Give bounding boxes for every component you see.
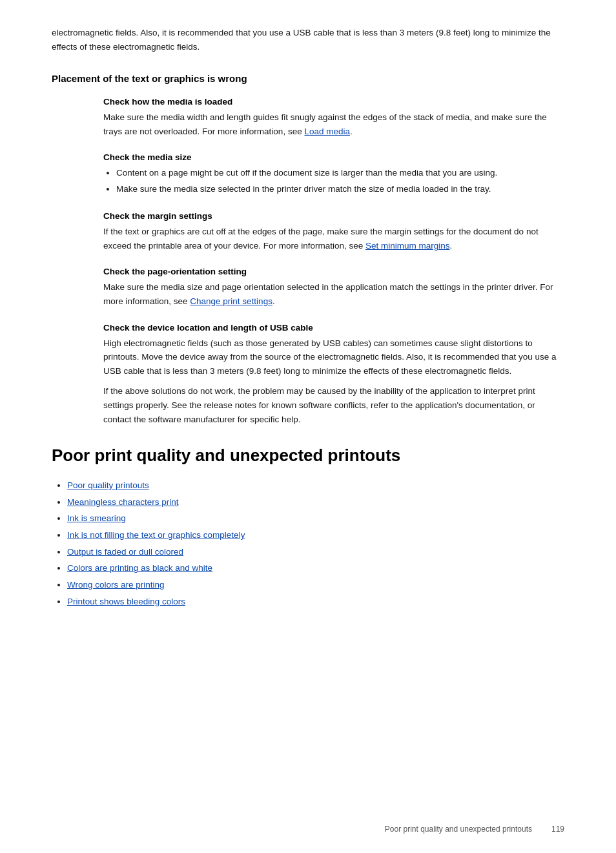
- subsection-check-media-loaded: Check how the media is loaded Make sure …: [52, 97, 564, 138]
- media-size-bullet-list: Content on a page might be cut off if th…: [103, 166, 564, 197]
- footer-label: Poor print quality and unexpected printo…: [385, 825, 532, 834]
- subsection-check-page-orientation: Check the page-orientation setting Make …: [52, 267, 564, 308]
- subsection-check-device-location-heading: Check the device location and length of …: [103, 323, 564, 333]
- subsection-check-device-location-body1: High electromagnetic fields (such as tho…: [103, 336, 564, 378]
- list-item: Meaningless characters print: [67, 494, 564, 511]
- list-item: Make sure the media size selected in the…: [116, 182, 564, 197]
- list-item: Poor quality printouts: [67, 477, 564, 494]
- meaningless-characters-link[interactable]: Meaningless characters print: [67, 497, 179, 507]
- subsection-check-device-location-body2: If the above solutions do not work, the …: [103, 384, 564, 426]
- wrong-colors-link[interactable]: Wrong colors are printing: [67, 580, 165, 590]
- poor-quality-printouts-link[interactable]: Poor quality printouts: [67, 480, 149, 490]
- subsection-check-media-loaded-body: Make sure the media width and length gui…: [103, 110, 564, 138]
- colors-black-white-link[interactable]: Colors are printing as black and white: [67, 563, 212, 573]
- list-item: Content on a page might be cut off if th…: [116, 166, 564, 181]
- output-faded-link[interactable]: Output is faded or dull colored: [67, 547, 183, 557]
- list-item: Output is faded or dull colored: [67, 544, 564, 560]
- subsection-check-margin-settings: Check the margin settings If the text or…: [52, 211, 564, 252]
- intro-paragraph: electromagnetic fields. Also, it is reco…: [52, 26, 564, 54]
- subsection-check-page-orientation-heading: Check the page-orientation setting: [103, 267, 564, 276]
- section2-heading: Poor print quality and unexpected printo…: [52, 446, 564, 466]
- subsection-check-margin-settings-heading: Check the margin settings: [103, 211, 564, 221]
- ink-smearing-link[interactable]: Ink is smearing: [67, 513, 126, 523]
- page: electromagnetic fields. Also, it is reco…: [0, 0, 616, 853]
- subsection-check-page-orientation-body: Make sure the media size and page orient…: [103, 280, 564, 308]
- load-media-link[interactable]: Load media: [304, 127, 350, 136]
- list-item: Ink is not filling the text or graphics …: [67, 527, 564, 544]
- section2-link-list: Poor quality printouts Meaningless chara…: [52, 477, 564, 610]
- list-item: Wrong colors are printing: [67, 577, 564, 593]
- list-item: Colors are printing as black and white: [67, 560, 564, 577]
- subsection-check-margin-settings-body: If the text or graphics are cut off at t…: [103, 225, 564, 252]
- subsection-check-media-size: Check the media size Content on a page m…: [52, 152, 564, 197]
- subsection-check-media-loaded-heading: Check how the media is loaded: [103, 97, 564, 107]
- footer-page-number: 119: [551, 825, 564, 834]
- list-item: Printout shows bleeding colors: [67, 593, 564, 610]
- subsection-check-media-size-heading: Check the media size: [103, 152, 564, 162]
- section1-heading: Placement of the text or graphics is wro…: [52, 73, 564, 84]
- page-footer: Poor print quality and unexpected printo…: [385, 825, 564, 834]
- change-print-settings-link[interactable]: Change print settings: [190, 296, 272, 306]
- set-minimum-margins-link[interactable]: Set minimum margins: [365, 241, 450, 251]
- ink-not-filling-link[interactable]: Ink is not filling the text or graphics …: [67, 530, 245, 540]
- bleeding-colors-link[interactable]: Printout shows bleeding colors: [67, 597, 185, 606]
- subsection-check-device-location: Check the device location and length of …: [52, 323, 564, 427]
- list-item: Ink is smearing: [67, 510, 564, 527]
